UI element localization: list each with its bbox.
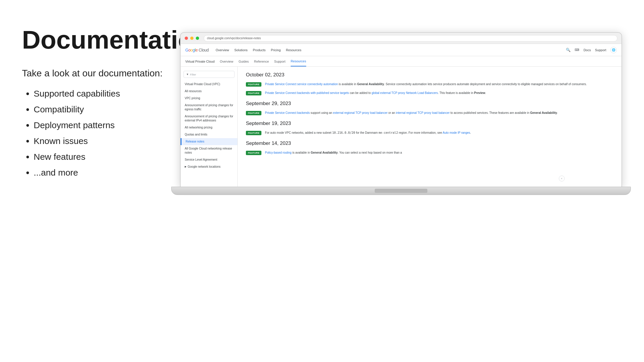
- left-panel: Documentation Take a look at our documen…: [22, 26, 186, 182]
- content-area: October 02, 2023 FEATURE Private Service…: [238, 67, 621, 187]
- bullet-item-5: New features: [34, 151, 186, 163]
- terminal-icon: ⌨: [575, 48, 579, 52]
- release-date-sep14: September 14, 2023: [246, 140, 613, 146]
- sidebar-item-release-notes[interactable]: Release notes: [181, 138, 237, 145]
- feature-link-3b[interactable]: external regional TCP proxy load balance…: [333, 111, 388, 114]
- nav-overview[interactable]: Overview: [216, 48, 229, 52]
- feature-row-3: FEATURE Private Service Connect backends…: [246, 111, 613, 115]
- nav-docs[interactable]: Docs: [583, 48, 591, 52]
- bullet-item-6: ...and more: [34, 167, 186, 179]
- subtitle: Take a look at our documentation:: [22, 68, 186, 79]
- bullet-list: Supported capabilities Compatibility Dep…: [22, 88, 186, 179]
- browser-url-bar[interactable]: cloud.google.com/vpc/docs/release-notes: [204, 35, 617, 42]
- browser-close-dot: [185, 37, 188, 40]
- nav-pricing[interactable]: Pricing: [271, 48, 281, 52]
- feature-row-5: FEATURE Policy-based routing is availabl…: [246, 150, 613, 155]
- subnav-reference[interactable]: Reference: [254, 56, 269, 66]
- release-section-sep29: September 29, 2023 FEATURE Private Servi…: [246, 101, 613, 115]
- release-date-sep19: September 19, 2023: [246, 121, 613, 126]
- subnav-overview[interactable]: Overview: [220, 56, 233, 66]
- feature-text-2: Private Service Connect backends with pu…: [265, 91, 486, 95]
- feature-link-3a[interactable]: Private Service Connect backends: [265, 111, 310, 114]
- browser-chrome: cloud.google.com/vpc/docs/release-notes: [181, 33, 621, 44]
- feature-text-5: Policy-based routing is available in Gen…: [265, 150, 402, 155]
- feature-row-1: FEATURE Private Service Connect service …: [246, 82, 613, 87]
- feature-badge-1: FEATURE: [246, 82, 261, 87]
- sidebar-item-vpc[interactable]: Virtual Private Cloud (VPC): [181, 81, 237, 88]
- feature-text-1: Private Service Connect service connecti…: [265, 82, 587, 87]
- page-title: Documentation: [22, 26, 186, 53]
- sidebar-item-sla[interactable]: Service Level Agreement: [181, 156, 237, 163]
- filter-input[interactable]: ▼ Filter: [184, 71, 234, 78]
- feature-badge-3: FEATURE: [246, 111, 261, 115]
- sidebar-item-all-networking-pricing[interactable]: All networking pricing: [181, 124, 237, 131]
- sidebar-item-quotas[interactable]: Quotas and limits: [181, 131, 237, 138]
- topnav-right: 🔍 ⌨ Docs Support 🌐: [566, 47, 617, 53]
- screen-content: Google Cloud Overview Solutions Products…: [181, 44, 621, 187]
- sidebar-item-pricing-ipv4[interactable]: Announcement of pricing changes for exte…: [181, 113, 237, 124]
- subnav-guides[interactable]: Guides: [239, 56, 249, 66]
- sidebar-item-all-networking-release-notes[interactable]: All Google Cloud networking release note…: [181, 145, 237, 156]
- release-section-sep19: September 19, 2023 FEATURE For auto mode…: [246, 121, 613, 135]
- feature-link-1[interactable]: Private Service Connect service connecti…: [265, 83, 338, 86]
- google-cloud-topnav: Google Cloud Overview Solutions Products…: [181, 44, 621, 56]
- laptop-notch: [375, 189, 427, 193]
- url-text: cloud.google.com/vpc/docs/release-notes: [207, 37, 261, 40]
- feature-badge-2: FEATURE: [246, 91, 261, 95]
- feature-row-4: FEATURE For auto mode VPC networks, adde…: [246, 131, 613, 135]
- sidebar-item-network-locations[interactable]: ▶ Google network locations: [181, 163, 237, 170]
- google-cloud-logo: Google Cloud: [185, 48, 209, 52]
- nav-solutions[interactable]: Solutions: [234, 48, 248, 52]
- google-cloud-subnav: Virtual Private Cloud Overview Guides Re…: [181, 56, 621, 67]
- collapse-sidebar-button[interactable]: ‹: [559, 176, 565, 181]
- search-icon[interactable]: 🔍: [566, 48, 571, 52]
- sidebar-item-pricing-egress[interactable]: Announcement of pricing changes for egre…: [181, 102, 237, 113]
- nav-resources[interactable]: Resources: [286, 48, 302, 52]
- filter-placeholder: Filter: [190, 73, 196, 76]
- release-section-oct02: October 02, 2023 FEATURE Private Service…: [246, 72, 613, 95]
- feature-link-3c[interactable]: internal regional TCP proxy load balance…: [396, 111, 450, 114]
- feature-link-4[interactable]: Auto mode IP ranges: [443, 131, 470, 134]
- bullet-item-1: Supported capabilities: [34, 88, 186, 100]
- feature-link-2b[interactable]: global external TCP proxy Network Load B…: [371, 91, 438, 95]
- bullet-item-2: Compatibility: [34, 103, 186, 116]
- release-date-sep29: September 29, 2023: [246, 101, 613, 107]
- sidebar: ▼ Filter Virtual Private Cloud (VPC) All…: [181, 67, 238, 187]
- language-icon[interactable]: 🌐: [610, 47, 617, 53]
- release-date-oct02: October 02, 2023: [246, 72, 613, 78]
- release-section-sep14: September 14, 2023 FEATURE Policy-based …: [246, 140, 613, 155]
- laptop-base: [171, 187, 631, 195]
- feature-badge-5: FEATURE: [246, 151, 261, 155]
- subnav-resources[interactable]: Resources: [291, 56, 306, 66]
- browser-maximize-dot: [196, 37, 199, 40]
- filter-icon: ▼: [186, 73, 189, 76]
- expand-icon: ▶: [185, 165, 186, 168]
- nav-products[interactable]: Products: [253, 48, 266, 52]
- feature-text-3: Private Service Connect backends support…: [265, 111, 558, 115]
- browser-minimize-dot: [190, 37, 193, 40]
- feature-row-2: FEATURE Private Service Connect backends…: [246, 91, 613, 95]
- laptop-container: cloud.google.com/vpc/docs/release-notes …: [180, 32, 637, 196]
- subnav-support[interactable]: Support: [274, 56, 286, 66]
- main-area: ▼ Filter Virtual Private Cloud (VPC) All…: [181, 67, 621, 187]
- feature-link-5[interactable]: Policy-based routing: [265, 151, 292, 154]
- sidebar-item-all-resources[interactable]: All resources: [181, 88, 237, 95]
- laptop-screen: cloud.google.com/vpc/docs/release-notes …: [180, 32, 622, 187]
- subnav-product: Virtual Private Cloud: [185, 60, 215, 63]
- bullet-item-4: Known issues: [34, 135, 186, 147]
- feature-link-2[interactable]: Private Service Connect backends with pu…: [265, 91, 349, 95]
- nav-support[interactable]: Support: [595, 48, 606, 52]
- feature-badge-4: FEATURE: [246, 131, 261, 135]
- bullet-item-3: Deployment patterns: [34, 119, 186, 131]
- sidebar-item-vpc-pricing[interactable]: VPC pricing: [181, 95, 237, 102]
- feature-text-4: For auto mode VPC networks, added a new …: [265, 131, 471, 135]
